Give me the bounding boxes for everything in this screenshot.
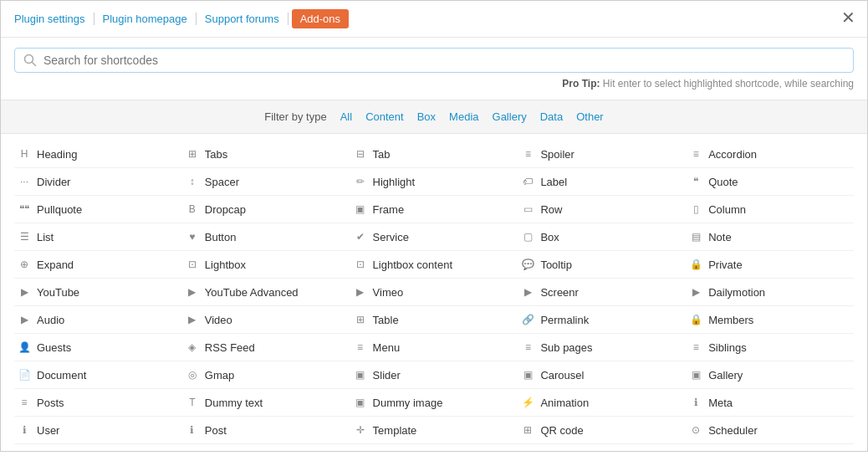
shortcode-item-expand[interactable]: ⊕Expand [14,251,182,279]
shortcode-label: Posts [37,397,64,409]
shortcode-item-youtube-advanced[interactable]: ▶YouTube Advanced [182,279,350,306]
shortcode-item-button[interactable]: ♥Button [182,223,350,251]
shortcode-item-posts[interactable]: ≡Posts [14,389,182,417]
shortcode-label: Divider [37,176,70,188]
shortcode-item-screenr[interactable]: ▶Screenr [518,279,686,306]
service-icon: ✔ [354,230,367,243]
shortcode-item-table[interactable]: ⊞Table [350,306,518,334]
shortcode-item-tooltip[interactable]: 💬Tooltip [518,251,686,279]
shortcode-item-dropcap[interactable]: BDropcap [182,196,350,223]
frame-icon: ▣ [354,202,367,216]
shortcode-item-note[interactable]: ▤Note [686,223,854,251]
plugin-homepage-link[interactable]: Plugin homepage [94,13,197,25]
button-icon: ♥ [186,230,199,243]
shortcode-label: Spoiler [540,148,574,161]
tab-icon: ⊟ [354,147,367,161]
search-input[interactable] [43,54,845,67]
shortcode-item-frame[interactable]: ▣Frame [350,196,518,223]
shortcode-label: Box [540,231,559,243]
shortcode-item-heading[interactable]: HHeading [14,141,182,168]
shortcode-grid: HHeading⊞Tabs⊟Tab≡Spoiler≡Accordion···Di… [1,134,867,451]
shortcode-label: Template [373,424,417,437]
shortcode-item-meta[interactable]: ℹMeta [686,389,854,417]
shortcode-label: Accordion [708,148,757,161]
shortcode-item-gmap[interactable]: ◎Gmap [182,361,350,389]
shortcode-item-row[interactable]: ▭Row [518,196,686,223]
shortcode-item-service[interactable]: ✔Service [350,223,518,251]
shortcode-item-sub-pages[interactable]: ≡Sub pages [518,334,686,361]
close-button[interactable]: ✕ [841,9,855,26]
shortcode-item-tabs[interactable]: ⊞Tabs [182,141,350,168]
menu-icon: ≡ [354,341,367,354]
shortcode-item-members[interactable]: 🔒Members [686,306,854,334]
shortcode-item-qr-code[interactable]: ⊞QR code [518,417,686,444]
shortcode-label: Lightbox [205,259,246,271]
shortcode-label: Frame [373,203,405,216]
shortcode-item-dailymotion[interactable]: ▶Dailymotion [686,279,854,306]
shortcode-item-dummy-text[interactable]: TDummy text [182,389,350,417]
shortcode-item-tab[interactable]: ⊟Tab [350,141,518,168]
shortcode-item-video[interactable]: ▶Video [182,306,350,334]
shortcode-item-private[interactable]: 🔒Private [686,251,854,279]
audio-icon: ▶ [18,313,31,326]
lightbox-icon: ⊡ [186,258,199,271]
shortcode-label: Heading [37,148,77,161]
shortcode-label: List [37,231,54,243]
shortcode-item-box[interactable]: ▢Box [518,223,686,251]
filter-gallery[interactable]: Gallery [493,110,527,123]
shortcode-item-pullquote[interactable]: ❝❝Pullquote [14,196,182,223]
shortcode-label: Audio [37,314,64,326]
guests-icon: 👤 [18,341,31,354]
shortcode-label: Vimeo [373,286,404,299]
shortcode-item-lightbox[interactable]: ⊡Lightbox [182,251,350,279]
shortcode-item-post[interactable]: ℹPost [182,417,350,444]
shortcode-label: Sub pages [540,341,592,354]
shortcode-item-label[interactable]: 🏷Label [518,168,686,196]
shortcode-item-slider[interactable]: ▣Slider [350,361,518,389]
shortcode-label: Post [205,424,227,437]
shortcode-item-template[interactable]: ✛Template [350,417,518,444]
shortcode-label: Dummy text [205,397,263,409]
svg-line-1 [33,63,36,66]
filter-other[interactable]: Other [576,110,604,123]
shortcode-label: Highlight [373,176,416,188]
shortcode-label: Gallery [708,369,743,382]
shortcode-item-permalink[interactable]: 🔗Permalink [518,306,686,334]
filter-box[interactable]: Box [417,110,436,123]
shortcode-item-siblings[interactable]: ≡Siblings [686,334,854,361]
shortcode-item-rss-feed[interactable]: ◈RSS Feed [182,334,350,361]
shortcode-item-spoiler[interactable]: ≡Spoiler [518,141,686,168]
filter-all[interactable]: All [340,110,352,123]
addons-link[interactable]: Add-ons [292,9,349,28]
filter-content[interactable]: Content [365,110,404,123]
support-forums-link[interactable]: Support forums [197,13,288,25]
shortcode-item-audio[interactable]: ▶Audio [14,306,182,334]
shortcode-item-animation[interactable]: ⚡Animation [518,389,686,417]
shortcode-item-menu[interactable]: ≡Menu [350,334,518,361]
shortcode-item-quote[interactable]: ❝Quote [686,168,854,196]
shortcode-item-vimeo[interactable]: ▶Vimeo [350,279,518,306]
shortcode-item-dummy-image[interactable]: ▣Dummy image [350,389,518,417]
slider-icon: ▣ [354,368,367,382]
filter-media[interactable]: Media [449,110,478,123]
shortcode-item-highlight[interactable]: ✏Highlight [350,168,518,196]
shortcode-item-accordion[interactable]: ≡Accordion [686,141,854,168]
shortcode-item-spacer[interactable]: ↕Spacer [182,168,350,196]
shortcode-item-list[interactable]: ☰List [14,223,182,251]
gallery-icon: ▣ [689,368,702,382]
shortcode-item-column[interactable]: ▯Column [686,196,854,223]
shortcode-item-document[interactable]: 📄Document [14,361,182,389]
shortcode-item-lightbox-content[interactable]: ⊡Lightbox content [350,251,518,279]
shortcode-item-youtube[interactable]: ▶YouTube [14,279,182,306]
shortcode-item-gallery[interactable]: ▣Gallery [686,361,854,389]
gmap-icon: ◎ [186,368,199,382]
shortcode-item-guests[interactable]: 👤Guests [14,334,182,361]
shortcode-item-divider[interactable]: ···Divider [14,168,182,196]
plugin-settings-link[interactable]: Plugin settings [14,13,94,25]
shortcode-item-user[interactable]: ℹUser [14,417,182,444]
label-icon: 🏷 [521,175,534,188]
shortcode-item-carousel[interactable]: ▣Carousel [518,361,686,389]
filter-data[interactable]: Data [540,110,563,123]
shortcode-item-scheduler[interactable]: ⊙Scheduler [686,417,854,444]
shortcode-label: Pullquote [37,203,82,216]
